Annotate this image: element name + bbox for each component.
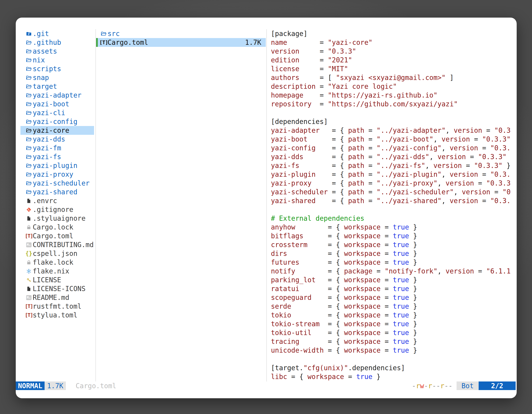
file-row[interactable]: LICENSE [20,276,94,284]
file-row[interactable]: [T]Cargo.toml [20,231,94,240]
file-row[interactable]: yazi-cli [20,108,94,117]
toml-icon: [T] [25,232,33,240]
file-icon [25,215,33,222]
current-directory-pane[interactable]: src[T]Cargo.toml1.7K [96,29,266,47]
file-row[interactable]: yazi-plugin [20,161,94,170]
file-name: flake.lock [33,258,73,267]
file-row[interactable]: .styluaignore [20,214,94,223]
code-line: parking_lot = { workspace = true } [271,276,513,284]
code-line: authors = [ "sxyazi <sxyazi@gmail.com>" … [271,73,513,82]
code-line: tracing = { workspace = true } [271,337,513,346]
file-name: src [108,29,120,38]
folder-icon [25,39,33,46]
code-line: bitflags = { workspace = true } [271,231,513,240]
markdown-icon: M↓ [25,241,33,249]
file-row[interactable]: [T]Cargo.toml1.7K [96,38,266,47]
file-name: .styluaignore [33,214,86,223]
code-line [271,355,513,364]
file-name: target [33,82,57,91]
folder-icon [25,144,33,152]
folder-icon [25,92,33,99]
file-name: .envrc [33,196,57,205]
yazi-file-manager-window: .git.githubassetsnixscriptssnaptargetyaz… [16,18,517,398]
code-line: [package] [271,29,513,38]
file-permissions: -rw-r--r-- [412,382,452,390]
file-row[interactable]: yazi-config [20,117,94,126]
folder-icon [25,48,33,55]
file-row[interactable]: yazi-proxy [20,170,94,179]
status-bar: NORMAL 1.7K Cargo.toml -rw-r--r-- Bot 2/… [16,382,517,390]
file-preview-pane[interactable]: [package]name = "yazi-core"version = "0.… [271,29,513,381]
code-line: tokio-util = { workspace = true } [271,328,513,337]
json-icon: {} [25,250,33,257]
file-row[interactable]: flake.lock [20,258,94,267]
file-name: .gitignore [33,205,73,214]
folder-icon [25,57,33,64]
file-name: yazi-dds [33,135,65,144]
file-row[interactable]: .envrc [20,196,94,205]
file-row[interactable]: [T]stylua.toml [20,311,94,319]
file-row[interactable]: yazi-boot [20,100,94,108]
code-line: ratatui = { workspace = true } [271,284,513,293]
code-line: license = "MIT" [271,64,513,73]
statusbar-file-size: 1.7K [45,382,66,390]
file-name: yazi-shared [33,188,77,196]
file-row[interactable]: nix [20,56,94,64]
file-row[interactable]: .github [20,38,94,47]
file-row[interactable]: snap [20,73,94,82]
folder-icon [25,171,33,178]
file-name: yazi-scheduler [33,179,90,188]
code-line: anyhow = { workspace = true } [271,223,513,231]
code-line: description = "Yazi core logic" [271,82,513,91]
file-name: README.md [33,293,69,302]
toml-icon: [T] [25,311,33,319]
file-row[interactable]: yazi-adapter [20,91,94,100]
code-line: yazi-config = { path = "../yazi-config",… [271,144,513,152]
pane-separator [266,29,267,382]
code-line: crossterm = { workspace = true } [271,240,513,249]
folder-icon [25,109,33,116]
file-row[interactable]: target [20,82,94,91]
code-line: dirs = { workspace = true } [271,249,513,258]
file-row[interactable]: .gitignore [20,205,94,214]
file-name: .github [33,38,61,47]
file-row[interactable]: src [96,29,266,38]
file-row[interactable]: assets [20,47,94,56]
code-line: repository = "https://github.com/sxyazi/… [271,100,513,108]
code-line: homepage = "https://yazi-rs.github.io" [271,91,513,100]
file-name: .git [33,29,49,38]
file-row[interactable]: yazi-fm [20,144,94,152]
file-row[interactable]: {}cspell.json [20,249,94,258]
file-row[interactable]: yazi-fs [20,152,94,161]
folder-icon [25,162,33,169]
parent-directory-pane[interactable]: .git.githubassetsnixscriptssnaptargetyaz… [20,29,94,319]
code-line: yazi-scheduler = { path = "../yazi-sched… [271,188,513,196]
folder-icon [25,65,33,73]
file-row[interactable]: yazi-core [20,126,94,135]
file-row[interactable]: [T]rustfmt.toml [20,302,94,311]
file-row[interactable]: LICENSE-ICONS [20,284,94,293]
file-row[interactable]: M↓CONTRIBUTING.md [20,240,94,249]
file-row[interactable]: Cargo.lock [20,223,94,231]
code-line: yazi-adapter = { path = "../yazi-adapter… [271,126,513,135]
file-row[interactable]: scripts [20,64,94,73]
file-name: CONTRIBUTING.md [33,240,94,249]
file-size: 1.7K [245,38,266,47]
file-row[interactable]: M↓README.md [20,293,94,302]
file-row[interactable]: .git [20,29,94,38]
folder-icon [25,100,33,108]
folder-icon [25,136,33,143]
statusbar-filename: Cargo.toml [76,382,116,390]
file-row[interactable]: yazi-shared [20,188,94,196]
file-name: Cargo.lock [33,223,73,231]
file-row[interactable]: yazi-dds [20,135,94,144]
code-line: [target."cfg(unix)".dependencies] [271,364,513,372]
file-row[interactable]: yazi-scheduler [20,179,94,188]
folder-icon [25,188,33,196]
folder-icon [25,153,33,161]
file-row[interactable]: flake.nix [20,267,94,276]
file-name: stylua.toml [33,311,77,319]
code-line: yazi-shared = { path = "../yazi-shared",… [271,196,513,205]
file-name: yazi-config [33,117,77,126]
file-name: nix [33,56,45,64]
